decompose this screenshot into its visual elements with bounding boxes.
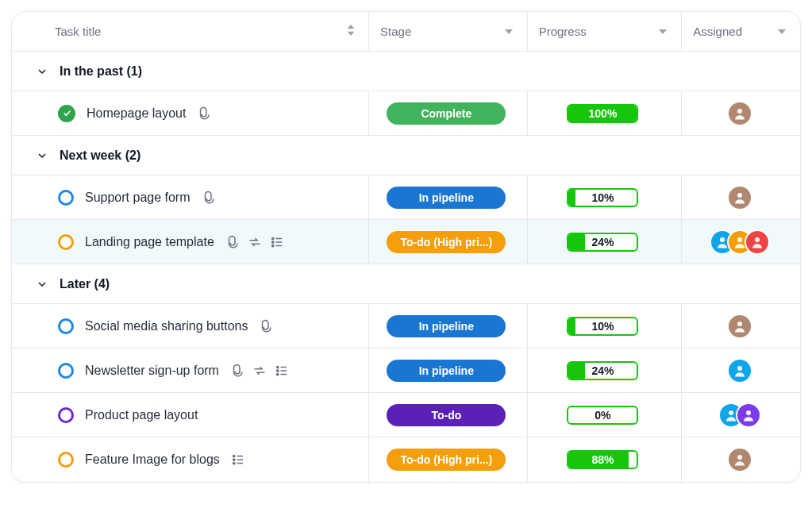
chevron-down-icon xyxy=(778,29,786,34)
progress-label: 24% xyxy=(568,234,637,250)
attachment-icon[interactable] xyxy=(230,364,244,378)
progress-label: 88% xyxy=(568,452,637,468)
status-circle-icon[interactable] xyxy=(58,234,74,250)
task-title-cell: Support page form xyxy=(12,190,368,206)
status-circle-icon[interactable] xyxy=(58,190,74,206)
repeat-icon[interactable] xyxy=(248,235,262,249)
chevron-down-icon xyxy=(36,278,48,291)
task-assigned-cell xyxy=(681,175,800,219)
group-header[interactable]: Next week (2) xyxy=(12,136,800,175)
stage-pill[interactable]: To-do (High pri...) xyxy=(387,231,506,253)
task-title-cell: Product page layout xyxy=(12,407,368,423)
status-circle-icon[interactable] xyxy=(58,407,74,423)
task-meta-icons xyxy=(259,319,273,333)
task-row[interactable]: Landing page templateTo-do (High pri...)… xyxy=(12,220,800,264)
avatar-stack[interactable] xyxy=(727,447,752,472)
attachment-icon[interactable] xyxy=(197,106,211,121)
group-header[interactable]: In the past (1) xyxy=(12,52,800,91)
column-header-progress[interactable]: Progress xyxy=(527,12,682,51)
group-header[interactable]: Later (4) xyxy=(12,264,800,304)
task-progress-cell: 24% xyxy=(527,349,682,392)
avatar[interactable] xyxy=(727,185,752,210)
status-circle-icon[interactable] xyxy=(58,452,74,468)
progress-bar[interactable]: 10% xyxy=(567,317,638,336)
task-title-cell: Homepage layout xyxy=(12,105,368,122)
task-progress-cell: 24% xyxy=(527,220,682,264)
task-stage-cell: To-do xyxy=(368,393,527,437)
progress-bar[interactable]: 10% xyxy=(567,188,638,207)
task-meta-icons xyxy=(230,364,289,378)
task-table: Task title Stage Progress Assigned In th… xyxy=(11,11,801,483)
attachment-icon[interactable] xyxy=(202,191,216,205)
stage-pill[interactable]: To-do (High pri...) xyxy=(387,449,506,471)
avatar[interactable] xyxy=(736,403,761,428)
task-title-cell: Social media sharing buttons xyxy=(12,318,368,334)
avatar-stack[interactable] xyxy=(727,358,752,383)
list-icon[interactable] xyxy=(275,364,289,378)
avatar-stack[interactable] xyxy=(718,403,761,428)
column-header-title-label: Task title xyxy=(55,25,101,38)
chevron-down-icon xyxy=(36,65,48,78)
avatar[interactable] xyxy=(727,101,752,126)
avatar-stack[interactable] xyxy=(727,314,752,339)
avatar[interactable] xyxy=(745,229,770,255)
stage-pill[interactable]: In pipeline xyxy=(387,315,506,337)
progress-bar[interactable]: 24% xyxy=(567,233,638,252)
avatar-stack[interactable] xyxy=(710,229,770,255)
task-row[interactable]: Homepage layoutComplete100% xyxy=(12,91,800,136)
progress-bar[interactable]: 100% xyxy=(567,104,638,123)
attachment-icon[interactable] xyxy=(225,235,240,249)
avatar-stack[interactable] xyxy=(727,185,752,210)
task-title-label: Product page layout xyxy=(85,408,198,422)
task-row[interactable]: Social media sharing buttonsIn pipeline1… xyxy=(12,304,800,349)
sort-icon[interactable] xyxy=(346,24,356,39)
avatar[interactable] xyxy=(727,358,752,383)
task-stage-cell: In pipeline xyxy=(368,304,527,348)
task-stage-cell: In pipeline xyxy=(368,175,527,219)
stage-pill[interactable]: In pipeline xyxy=(387,360,506,382)
stage-pill[interactable]: To-do xyxy=(387,404,506,426)
task-assigned-cell xyxy=(681,304,800,348)
avatar[interactable] xyxy=(727,447,752,472)
task-title-cell: Newsletter sign-up form xyxy=(12,363,368,379)
task-row[interactable]: Feature Image for blogsTo-do (High pri..… xyxy=(12,437,800,482)
task-progress-cell: 10% xyxy=(527,304,682,348)
repeat-icon[interactable] xyxy=(252,364,267,378)
status-done-icon[interactable] xyxy=(58,105,75,122)
task-title-label: Feature Image for blogs xyxy=(85,453,220,467)
task-meta-icons xyxy=(225,235,284,249)
chevron-down-icon xyxy=(659,29,667,34)
progress-label: 10% xyxy=(568,318,637,334)
task-title-cell: Feature Image for blogs xyxy=(12,452,368,468)
task-meta-icons xyxy=(202,191,216,205)
stage-pill[interactable]: Complete xyxy=(387,102,506,125)
task-row[interactable]: Support page formIn pipeline10% xyxy=(12,175,800,220)
task-row[interactable]: Product page layoutTo-do0% xyxy=(12,393,800,437)
task-title-label: Social media sharing buttons xyxy=(85,319,248,333)
task-row[interactable]: Newsletter sign-up formIn pipeline24% xyxy=(12,349,800,393)
task-title-cell: Landing page template xyxy=(12,234,368,250)
progress-bar[interactable]: 24% xyxy=(567,361,638,380)
task-title-label: Newsletter sign-up form xyxy=(85,364,219,378)
task-progress-cell: 100% xyxy=(527,91,682,135)
group-label: Later (4) xyxy=(60,277,110,291)
avatar-stack[interactable] xyxy=(727,101,752,126)
column-header-assigned-label: Assigned xyxy=(693,25,742,38)
progress-bar[interactable]: 88% xyxy=(567,450,638,469)
task-title-label: Homepage layout xyxy=(87,106,186,121)
column-header-stage-label: Stage xyxy=(380,25,411,38)
column-header-assigned[interactable]: Assigned xyxy=(681,12,800,51)
column-header-title[interactable]: Task title xyxy=(12,24,368,39)
column-header-stage[interactable]: Stage xyxy=(368,12,527,51)
list-icon[interactable] xyxy=(270,235,284,249)
status-circle-icon[interactable] xyxy=(58,318,74,334)
table-body: In the past (1)Homepage layoutComplete10… xyxy=(12,52,800,482)
progress-bar[interactable]: 0% xyxy=(567,406,638,425)
avatar[interactable] xyxy=(727,314,752,339)
stage-pill[interactable]: In pipeline xyxy=(387,187,506,209)
task-assigned-cell xyxy=(681,437,800,482)
list-icon[interactable] xyxy=(231,453,245,467)
attachment-icon[interactable] xyxy=(259,319,273,333)
progress-label: 0% xyxy=(568,407,637,423)
status-circle-icon[interactable] xyxy=(58,363,74,379)
